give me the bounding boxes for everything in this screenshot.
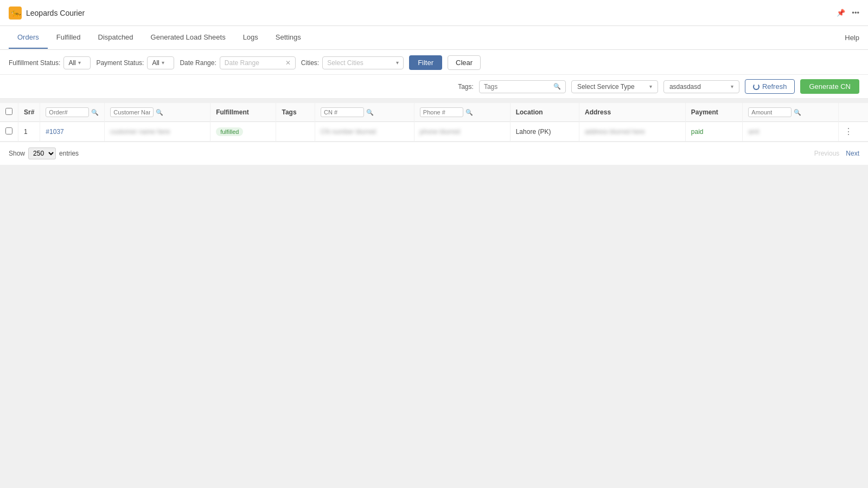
top-bar: 🐆 Leopards Courier 📌 •••: [0, 0, 868, 26]
filter-button[interactable]: Filter: [409, 55, 442, 70]
th-checkbox: [0, 103, 18, 122]
phone-search-input[interactable]: [420, 107, 463, 117]
tags-input-wrap[interactable]: 🔍: [479, 80, 566, 93]
service-type-chevron-icon: ▾: [649, 84, 652, 89]
service-type-select[interactable]: Select Service Type ▾: [571, 80, 658, 93]
fulfillment-chevron-icon: ▾: [78, 60, 81, 66]
phone-search-group: 🔍: [420, 107, 505, 117]
clear-button[interactable]: Clear: [448, 55, 481, 70]
row-checkbox[interactable]: [5, 127, 12, 134]
row-location: Lahore (PK): [510, 122, 579, 142]
cn-search-input[interactable]: [321, 107, 364, 117]
cities-filter-group: Cities: Select Cities ▾: [301, 56, 404, 69]
row-tags: [276, 122, 315, 142]
order-search-input[interactable]: [46, 107, 89, 117]
row-payment: paid: [685, 122, 743, 142]
th-payment-label: Payment: [691, 108, 718, 116]
tab-settings[interactable]: Settings: [267, 27, 310, 49]
payment-chevron-icon: ▾: [162, 60, 164, 66]
tags-search-icon[interactable]: 🔍: [553, 83, 561, 90]
fulfillment-label: Fulfillment Status:: [9, 59, 60, 67]
payment-filter-group: Payment Status: All ▾: [96, 56, 174, 69]
tags-input[interactable]: [484, 83, 551, 91]
logo-area: 🐆 Leopards Courier: [9, 7, 837, 20]
custom-select[interactable]: asdasdasd ▾: [663, 80, 739, 93]
tab-dispatched[interactable]: Dispatched: [90, 27, 142, 49]
row-menu-icon[interactable]: ⋮: [844, 127, 853, 136]
row-customer-name: customer name here: [105, 122, 210, 142]
more-icon[interactable]: •••: [852, 9, 859, 17]
pagination: Previous Next: [814, 150, 859, 157]
payment-dropdown[interactable]: All ▾: [147, 56, 174, 69]
row-phone: phone blurred: [414, 122, 510, 142]
help-button[interactable]: Help: [845, 34, 859, 42]
th-location-label: Location: [516, 108, 543, 116]
entries-select[interactable]: 250 10 25 50 100: [28, 147, 56, 159]
th-amount: 🔍: [743, 103, 839, 122]
cities-chevron-icon: ▾: [396, 60, 399, 66]
customer-search-icon[interactable]: 🔍: [156, 109, 163, 116]
next-button[interactable]: Next: [846, 150, 859, 157]
tab-orders[interactable]: Orders: [9, 27, 48, 49]
cities-select[interactable]: Select Cities ▾: [322, 56, 404, 69]
fulfillment-badge: fulfilled: [216, 127, 243, 136]
th-payment: Payment: [685, 103, 743, 122]
amount-search-input[interactable]: [748, 107, 792, 117]
row-amount: amt: [743, 122, 839, 142]
th-sr: Sr#: [18, 103, 40, 122]
phone-search-icon[interactable]: 🔍: [465, 109, 473, 116]
table-footer: Show 250 10 25 50 100 entries Previous N…: [0, 142, 868, 165]
row-menu-cell: ⋮: [839, 122, 868, 142]
refresh-button[interactable]: Refresh: [745, 79, 795, 94]
th-fulfillment: Fulfillment: [210, 103, 276, 122]
date-range-placeholder: Date Range: [225, 59, 259, 67]
custom-select-chevron-icon: ▾: [731, 84, 733, 89]
tab-generated-load-sheets[interactable]: Generated Load Sheets: [142, 27, 234, 49]
th-phone: 🔍: [414, 103, 510, 122]
fulfillment-dropdown[interactable]: All ▾: [63, 56, 91, 69]
generate-cn-button[interactable]: Generate CN: [800, 79, 859, 94]
cn-search-icon[interactable]: 🔍: [366, 109, 374, 116]
customer-search-group: 🔍: [110, 107, 205, 117]
show-label: Show: [9, 150, 25, 157]
tab-logs[interactable]: Logs: [234, 27, 267, 49]
th-location: Location: [510, 103, 579, 122]
payment-value: All: [152, 59, 159, 67]
order-search-icon[interactable]: 🔍: [91, 109, 99, 116]
th-tags-label: Tags: [282, 108, 296, 116]
row-address: address blurred here: [579, 122, 686, 142]
svg-text:🐆: 🐆: [11, 9, 21, 18]
amount-search-group: 🔍: [748, 107, 833, 117]
date-range-input[interactable]: Date Range ✕: [220, 56, 296, 69]
tags-label: Tags:: [458, 83, 474, 91]
nav-tabs: Orders Fulfilled Dispatched Generated Lo…: [0, 26, 868, 50]
cities-label: Cities:: [301, 59, 319, 67]
previous-button[interactable]: Previous: [814, 150, 840, 157]
order-search-group: 🔍: [46, 107, 99, 117]
amount-search-icon[interactable]: 🔍: [794, 109, 801, 116]
table-row: 1 #1037 customer name here fulfilled CN …: [0, 122, 868, 142]
nav-tabs-list: Orders Fulfilled Dispatched Generated Lo…: [9, 27, 845, 49]
th-address: Address: [579, 103, 686, 122]
top-bar-icons: 📌 •••: [837, 9, 859, 17]
th-fulfillment-label: Fulfillment: [216, 108, 249, 116]
pin-icon[interactable]: 📌: [837, 9, 845, 17]
th-order: 🔍: [40, 103, 105, 122]
row-checkbox-cell: [0, 122, 18, 142]
row-order: #1037: [40, 122, 105, 142]
logo-icon: 🐆: [9, 7, 22, 20]
row-fulfillment: fulfilled: [210, 122, 276, 142]
refresh-label: Refresh: [762, 82, 787, 91]
filter-row-1: Fulfillment Status: All ▾ Payment Status…: [0, 50, 868, 75]
payment-label: Payment Status:: [96, 59, 144, 67]
tab-fulfilled[interactable]: Fulfilled: [48, 27, 90, 49]
row-cn: CN number blurred: [315, 122, 414, 142]
custom-select-value: asdasdasd: [669, 83, 701, 91]
orders-table-container: Sr# 🔍 🔍 Fulfillment: [0, 103, 868, 142]
date-range-clear-icon[interactable]: ✕: [285, 59, 291, 67]
th-sr-label: Sr#: [24, 108, 34, 116]
fulfillment-filter-group: Fulfillment Status: All ▾: [9, 56, 91, 69]
select-all-checkbox[interactable]: [5, 108, 12, 115]
customer-search-input[interactable]: [110, 107, 154, 117]
th-cn: 🔍: [315, 103, 414, 122]
